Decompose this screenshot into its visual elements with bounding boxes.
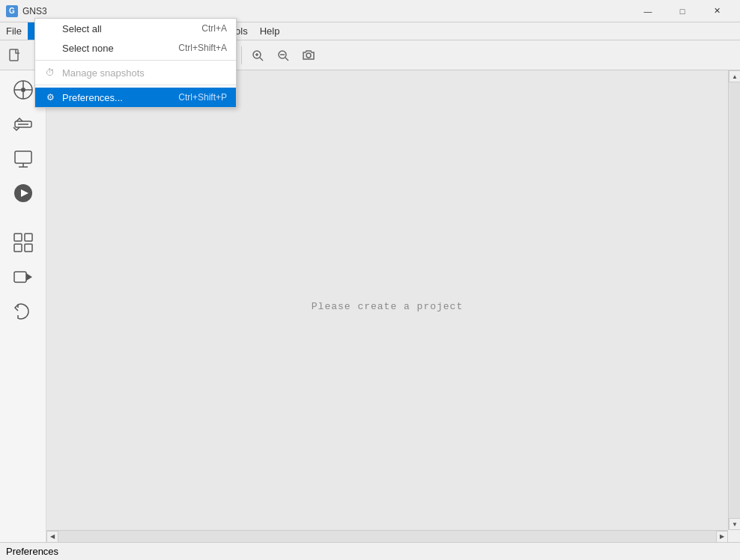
menu-file[interactable]: File bbox=[0, 22, 28, 40]
routers-icon bbox=[12, 79, 34, 101]
scroll-left-arrow[interactable]: ◀ bbox=[46, 531, 58, 543]
maximize-button[interactable]: □ bbox=[665, 0, 700, 22]
select-all-menuitem[interactable]: Select all Ctrl+A bbox=[35, 19, 236, 38]
separator-1 bbox=[35, 60, 236, 61]
select-none-menuitem[interactable]: Select none Ctrl+Shift+A bbox=[35, 38, 236, 58]
svg-point-17 bbox=[21, 88, 25, 92]
zoom-out-button[interactable] bbox=[271, 43, 295, 67]
all-devices-icon bbox=[12, 231, 34, 254]
preferences-menuitem[interactable]: ⚙ Preferences... Ctrl+Shift+P bbox=[35, 88, 236, 107]
minimize-button[interactable]: — bbox=[631, 0, 665, 22]
svg-marker-34 bbox=[26, 273, 32, 281]
sidebar-switches-button[interactable] bbox=[7, 108, 40, 141]
window-controls: — □ ✕ bbox=[631, 0, 734, 22]
forward-icon bbox=[12, 266, 34, 288]
canvas-area[interactable]: Please create a project bbox=[46, 70, 728, 542]
select-all-label: Select all bbox=[62, 23, 102, 34]
zoom-out-icon bbox=[276, 49, 290, 62]
h-scroll-track bbox=[58, 531, 716, 542]
preferences-shortcut: Ctrl+Shift+P bbox=[178, 92, 227, 103]
scroll-down-arrow[interactable]: ▼ bbox=[729, 518, 740, 530]
svg-line-9 bbox=[260, 58, 263, 61]
select-none-shortcut: Ctrl+Shift+A bbox=[178, 43, 227, 53]
sidebar-all-devices-button[interactable] bbox=[7, 226, 40, 259]
close-button[interactable]: ✕ bbox=[700, 0, 734, 22]
sidebar-end-devices-button[interactable] bbox=[7, 142, 40, 175]
screenshot-button[interactable] bbox=[297, 43, 321, 67]
sidebar-back-button[interactable] bbox=[7, 295, 40, 328]
sidebar-icons bbox=[0, 70, 46, 542]
status-bar: Preferences bbox=[0, 542, 740, 560]
svg-rect-29 bbox=[14, 234, 22, 241]
title-bar-text: GNS3 bbox=[22, 6, 631, 16]
preferences-label: Preferences... bbox=[62, 92, 123, 103]
select-all-shortcut: Ctrl+A bbox=[201, 23, 227, 34]
select-none-label: Select none bbox=[62, 43, 114, 54]
security-icon bbox=[12, 182, 34, 204]
status-text: Preferences bbox=[6, 546, 58, 557]
sidebar-forward-button[interactable] bbox=[7, 261, 40, 293]
zoom-in-button[interactable] bbox=[246, 43, 270, 67]
manage-snapshots-icon: ⏱ bbox=[44, 67, 56, 79]
svg-point-15 bbox=[306, 53, 311, 58]
separator-2 bbox=[35, 85, 236, 85]
app-icon: G bbox=[6, 5, 18, 17]
end-devices-icon bbox=[12, 147, 34, 170]
zoom-in-icon bbox=[251, 49, 264, 62]
svg-rect-33 bbox=[14, 272, 26, 282]
toolbar-sep-2 bbox=[241, 46, 242, 64]
new-icon bbox=[8, 49, 22, 62]
manage-snapshots-label: Manage snapshots bbox=[62, 67, 145, 79]
menu-help[interactable]: Help bbox=[254, 22, 286, 40]
svg-rect-0 bbox=[10, 49, 18, 61]
scroll-track bbox=[729, 82, 740, 518]
right-scrollbar[interactable]: ▲ ▼ bbox=[728, 70, 740, 530]
back-icon bbox=[12, 300, 34, 323]
svg-rect-32 bbox=[25, 244, 32, 252]
svg-rect-31 bbox=[14, 244, 22, 252]
select-all-icon bbox=[44, 22, 56, 34]
switches-icon bbox=[12, 113, 34, 136]
edit-dropdown-menu: Select all Ctrl+A Select none Ctrl+Shift… bbox=[34, 18, 237, 108]
canvas-placeholder-text: Please create a project bbox=[312, 301, 463, 312]
svg-rect-30 bbox=[25, 234, 32, 241]
preferences-icon: ⚙ bbox=[44, 91, 56, 103]
bottom-scrollbar[interactable]: ◀ ▶ bbox=[46, 530, 728, 542]
manage-snapshots-menuitem: ⏱ Manage snapshots bbox=[35, 63, 236, 82]
scroll-up-arrow[interactable]: ▲ bbox=[729, 70, 740, 82]
scroll-right-arrow[interactable]: ▶ bbox=[716, 531, 728, 543]
new-button[interactable] bbox=[3, 43, 27, 67]
screenshot-icon bbox=[302, 49, 315, 62]
svg-rect-24 bbox=[15, 151, 31, 163]
sidebar-security-button[interactable] bbox=[7, 177, 40, 210]
svg-line-13 bbox=[285, 58, 288, 61]
select-none-icon bbox=[44, 42, 56, 54]
